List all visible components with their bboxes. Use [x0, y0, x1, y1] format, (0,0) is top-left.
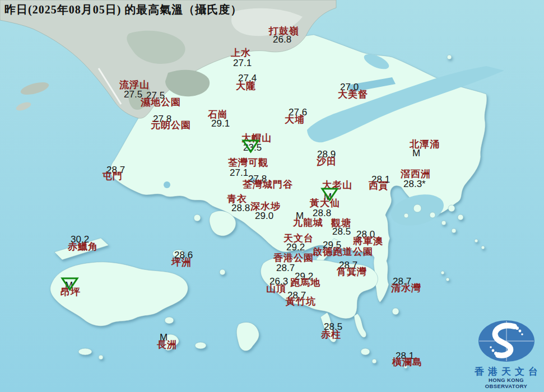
- station-value: 28.8: [231, 203, 250, 213]
- station-name: 橫瀾島: [392, 357, 422, 367]
- station-marker-triangle-icon: [61, 277, 78, 291]
- station-name: 深水埗: [250, 202, 281, 211]
- station-value: 28.8: [313, 208, 331, 218]
- map-title: 昨日(2025年08月05日) 的最高氣溫（攝氏度）: [4, 2, 242, 17]
- station-name: 元朗公園: [151, 120, 191, 130]
- station-value: 29.2: [286, 242, 305, 252]
- hong-kong-map: [0, 0, 544, 392]
- station-name: 筲箕灣: [337, 267, 367, 277]
- station-name: 滘西洲: [401, 169, 431, 179]
- station-name: 跑馬地: [290, 278, 320, 287]
- station-name: 香港公園: [273, 253, 314, 263]
- hko-logo: 香港天文台 HONG KONG OBSERVATORY: [468, 319, 544, 390]
- temperature-map-canvas: 昨日(2025年08月05日) 的最高氣溫（攝氏度） 26.8打鼓嶺27.1上水…: [0, 0, 544, 392]
- station-name: 沙田: [317, 157, 337, 166]
- station-name: 大美督: [338, 90, 368, 99]
- station-name: 赤鱲角: [68, 242, 98, 251]
- station-name: 黃大仙: [310, 198, 340, 208]
- station-marker-triangle-icon: [242, 139, 259, 153]
- station-name: 流浮山: [119, 80, 150, 90]
- station-name: 啟德跑道公園: [313, 247, 373, 256]
- station-value: 28.7: [276, 263, 295, 273]
- station-value: 27.1: [233, 58, 252, 68]
- station-name: 清水灣: [391, 283, 421, 293]
- station-name: 九龍城: [293, 218, 323, 227]
- station-name: 荃灣城門谷: [243, 180, 293, 189]
- station-value: 27.1: [230, 168, 248, 178]
- station-name: 觀塘: [331, 218, 351, 228]
- station-name: 上水: [231, 48, 251, 58]
- station-name: 西貢: [369, 181, 389, 190]
- station-name: 濕地公園: [141, 97, 181, 107]
- station-name: 大埔: [285, 115, 305, 124]
- station-name: 屯門: [103, 171, 123, 181]
- station-name: 荃灣可觀: [228, 158, 268, 167]
- station-name: 山頂: [266, 284, 286, 293]
- hko-logo-name-cjk: 香港天文台: [468, 366, 544, 377]
- station-name: 青衣: [227, 194, 247, 204]
- hko-logo-icon: [477, 319, 536, 363]
- station-name: 坪洲: [171, 258, 192, 267]
- station-name: 黃竹坑: [286, 297, 316, 306]
- station-name: 將軍澳: [353, 236, 383, 246]
- hko-logo-name-en: HONG KONG OBSERVATORY: [468, 377, 544, 390]
- station-value: 28.3*: [403, 179, 426, 189]
- station-name: 大隴: [236, 81, 256, 91]
- station-value: 27.5: [124, 90, 142, 99]
- station-name: 赤柱: [321, 330, 341, 339]
- station-value: M: [412, 148, 420, 158]
- station-value: 29.0: [255, 211, 273, 221]
- station-name: 天文台: [283, 234, 314, 243]
- station-name: 石崗: [208, 110, 228, 119]
- station-name: 北潭涌: [410, 139, 440, 149]
- station-value: 29.1: [211, 119, 230, 128]
- station-name: 打鼓嶺: [269, 26, 299, 36]
- station-name: 長洲: [157, 340, 177, 349]
